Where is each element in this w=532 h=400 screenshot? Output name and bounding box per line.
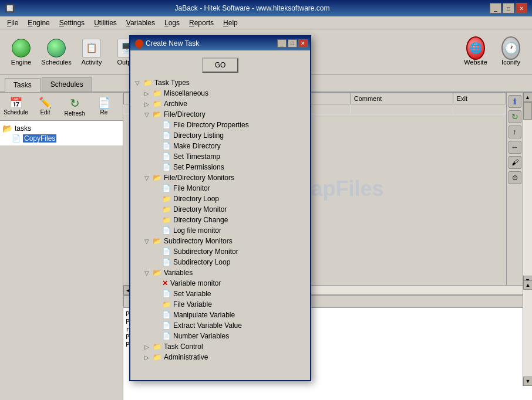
go-button[interactable]: GO [202,57,239,73]
page-icon-dirlisting: 📄 [162,131,171,140]
tree-node-dirlisting[interactable]: 📄 Directory Listing [135,130,305,141]
label-numvar: Number Variables [173,332,229,340]
modal-tree: ▽ 📁 Task Types ▷ 📁 Miscellaneous ▷ 📁 [135,77,305,362]
label-task-types: Task Types [154,79,190,87]
yellow-icon-filevar: 📁 [162,300,171,309]
tree-node-setvar[interactable]: 📄 Set Variable [135,289,305,299]
tree-node-filevar[interactable]: 📁 File Variable [135,299,305,310]
expand-icon-variables: ▽ [144,270,150,276]
page-icon-manipvar: 📄 [162,311,171,319]
tree-node-fdprops[interactable]: 📄 File Directory Properties [135,120,305,130]
label-varmonitor: Variable monitor [170,279,221,287]
label-dirloop: Directory Loop [173,195,219,203]
folder-icon-submonitors: 📂 [153,237,161,245]
tree-node-extractvar[interactable]: 📄 Extract Variable Value [135,320,305,331]
tree-node-makedir[interactable]: 📄 Make Directory [135,141,305,151]
tree-node-filemonitor[interactable]: 📄 File Monitor [135,183,305,194]
label-submonitors: Subdirectory Monitors [164,237,233,245]
expand-icon-filedir: ▽ [144,111,150,118]
tree-node-dirmonitor[interactable]: 📁 Directory Monitor [135,204,305,215]
expand-icon-taskcontrol: ▷ [144,344,150,350]
tree-node-logmonitor[interactable]: 📄 Log file monitor [135,225,305,236]
folder-icon-archive: 📁 [153,100,161,108]
yellow-icon-dirloop: 📁 [162,195,171,203]
folder-icon-administrative: 📁 [153,353,161,361]
create-task-modal: Create New Task _ □ ✕ GO ▽ 📁 Task [129,35,311,381]
yellow-icon-dirmonitor: 📁 [162,205,171,213]
label-fdprops: File Directory Properties [173,121,249,129]
page-icon-numvar: 📄 [162,332,171,340]
page-icon-subdirmonitor: 📄 [162,248,171,256]
modal-overlay: Create New Task _ □ ✕ GO ▽ 📁 Task [0,0,532,400]
tree-node-variables[interactable]: ▽ 📂 Variables [135,267,305,278]
tree-node-settimestamp[interactable]: 📄 Set Timestamp [135,151,305,162]
folder-icon-filedir: 📂 [153,110,161,118]
folder-icon-task-types: 📁 [143,79,152,87]
modal-maximize-button[interactable]: □ [288,39,297,48]
tree-node-filedir[interactable]: ▽ 📂 File/Directory [135,109,305,120]
green-icon-filemonitor: 📄 [162,184,171,192]
modal-minimize-button[interactable]: _ [277,39,287,48]
expand-icon-archive: ▷ [144,101,150,107]
label-fdmonitors: File/Directory Monitors [164,174,234,182]
expand-icon-administrative: ▷ [144,354,150,361]
label-makedir: Make Directory [173,142,221,150]
label-settimestamp: Set Timestamp [173,152,220,161]
expand-icon-submonitors: ▽ [144,238,150,245]
modal-title: Create New Task [146,39,199,48]
folder-icon-misc: 📁 [153,89,161,97]
label-archive: Archive [164,100,187,108]
modal-close-button[interactable]: ✕ [298,39,308,48]
tree-node-task-types[interactable]: ▽ 📁 Task Types [135,77,305,88]
label-filemonitor: File Monitor [173,184,210,192]
modal-title-controls: _ □ ✕ [277,39,308,48]
tree-node-taskcontrol[interactable]: ▷ 📁 Task Control [135,341,305,352]
label-filedir: File/Directory [164,110,206,118]
tree-node-varmonitor[interactable]: ✕ Variable monitor [135,278,305,289]
tree-node-dirloop[interactable]: 📁 Directory Loop [135,194,305,204]
page-icon-setperms: 📄 [162,163,171,171]
expand-icon-task-types: ▽ [135,80,141,86]
tree-node-subdirmonitor[interactable]: 📄 Subdirectory Monitor [135,246,305,257]
folder-icon-taskcontrol: 📁 [153,343,161,351]
modal-titlebar: Create New Task _ □ ✕ [130,36,310,50]
tree-node-subdirloop[interactable]: 📄 Subdirectory Loop [135,257,305,267]
tree-node-numvar[interactable]: 📄 Number Variables [135,331,305,341]
tree-node-fdmonitors[interactable]: ▽ 📂 File/Directory Monitors [135,172,305,183]
tree-node-setperms[interactable]: 📄 Set Permissions [135,162,305,172]
label-subdirloop: Subdirectory Loop [173,258,230,266]
expand-icon-misc: ▷ [144,90,150,97]
page-icon-subdirloop: 📄 [162,258,171,266]
tree-node-dirchange[interactable]: 📁 Directory Change [135,215,305,225]
page-icon-makedir: 📄 [162,142,171,150]
label-setvar: Set Variable [173,290,211,298]
folder-icon-fdmonitors: 📂 [153,174,161,182]
tree-node-misc[interactable]: ▷ 📁 Miscellaneous [135,88,305,99]
label-logmonitor: Log file monitor [173,226,221,235]
label-taskcontrol: Task Control [164,343,203,351]
page-icon-fdprops: 📄 [162,121,171,129]
modal-content: GO ▽ 📁 Task Types ▷ 📁 Miscellaneous [130,50,310,380]
label-variables: Variables [164,269,193,277]
redx-icon-varmonitor: ✕ [162,279,168,287]
folder-icon-variables: 📂 [153,269,161,277]
label-dirmonitor: Directory Monitor [173,205,227,213]
page-icon-logmonitor: 📄 [162,226,171,235]
tree-node-submonitors[interactable]: ▽ 📂 Subdirectory Monitors [135,236,305,246]
page-icon-settimestamp: 📄 [162,152,171,161]
modal-title-left: Create New Task [135,39,199,48]
java-icon [133,38,145,49]
page-icon-extractvar: 📄 [162,321,171,330]
label-misc: Miscellaneous [164,89,208,97]
tree-node-administrative[interactable]: ▷ 📁 Administrative [135,352,305,362]
label-subdirmonitor: Subdirectory Monitor [173,248,238,256]
main-window: 🔲 JaBack - Hitek Software - www.hiteksof… [0,0,532,400]
expand-icon-fdmonitors: ▽ [144,175,150,181]
tree-node-manipvar[interactable]: 📄 Manipulate Variable [135,310,305,320]
page-icon-setvar: 📄 [162,290,171,298]
label-dirlisting: Directory Listing [173,131,224,140]
tree-node-archive[interactable]: ▷ 📁 Archive [135,99,305,109]
label-administrative: Administrative [164,353,208,361]
label-manipvar: Manipulate Variable [173,311,235,319]
yellow-icon-dirchange: 📁 [162,216,171,224]
